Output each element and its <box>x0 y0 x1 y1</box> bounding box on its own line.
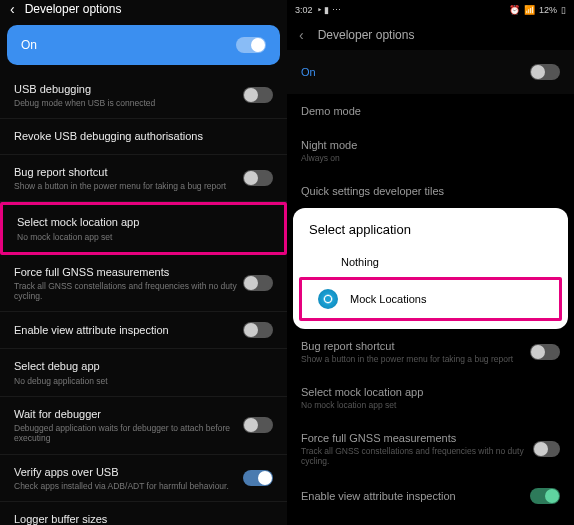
row-title: Logger buffer sizes <box>14 512 273 525</box>
signal-icon: 📶 <box>524 5 535 15</box>
on-label: On <box>21 38 37 52</box>
alarm-icon: ⏰ <box>509 5 520 15</box>
toggle-switch[interactable] <box>243 470 273 486</box>
row-text: Wait for debuggerDebugged application wa… <box>14 407 243 444</box>
battery-text: 12% <box>539 5 557 15</box>
setting-row[interactable]: Enable view attribute inspection <box>0 312 287 349</box>
row-text: Force full GNSS measurementsTrack all GN… <box>301 432 533 466</box>
option-label: Nothing <box>341 256 379 268</box>
dialog-title: Select application <box>293 222 568 247</box>
row-title: Select debug app <box>14 359 273 373</box>
row-subtitle: Always on <box>301 153 357 163</box>
back-arrow-icon[interactable]: ‹ <box>10 1 15 17</box>
master-toggle-banner[interactable]: On <box>7 25 280 65</box>
battery-icon: ▯ <box>561 5 566 15</box>
setting-row[interactable]: Verify apps over USBCheck apps installed… <box>0 455 287 502</box>
toggle-switch[interactable] <box>243 275 273 291</box>
setting-row[interactable]: Night modeAlways on <box>287 128 574 174</box>
status-misc-icon: ‣ ▮ ⋯ <box>317 5 341 15</box>
row-text: Logger buffer sizes256 K per log buffer <box>14 512 273 525</box>
dialog-option[interactable]: Mock Locations <box>299 277 562 321</box>
on-label: On <box>301 66 316 78</box>
row-title: Wait for debugger <box>14 407 243 421</box>
row-text: Select mock location appNo mock location… <box>17 215 270 241</box>
setting-row[interactable]: Bug report shortcutShow a button in the … <box>287 329 574 375</box>
row-text: Enable view attribute inspection <box>14 323 243 337</box>
row-title: Quick settings developer tiles <box>301 185 444 197</box>
setting-row[interactable]: Revoke USB debugging authorisations <box>0 119 287 154</box>
row-subtitle: Debugged application waits for debugger … <box>14 423 243 443</box>
row-text: Demo mode <box>301 105 361 117</box>
toggle-switch[interactable] <box>243 417 273 433</box>
row-subtitle: Debug mode when USB is connected <box>14 98 243 108</box>
row-title: Verify apps over USB <box>14 465 243 479</box>
option-label: Mock Locations <box>350 293 426 305</box>
back-arrow-icon[interactable]: ‹ <box>299 27 304 43</box>
row-text: Night modeAlways on <box>301 139 357 163</box>
setting-row[interactable]: Select debug app <box>287 515 574 525</box>
setting-row[interactable]: USB debuggingDebug mode when USB is conn… <box>0 72 287 119</box>
row-title: Force full GNSS measurements <box>14 265 243 279</box>
setting-row[interactable]: Select mock location appNo mock location… <box>287 375 574 421</box>
left-header: ‹ Developer options <box>0 0 287 18</box>
setting-row[interactable]: Enable view attribute inspection <box>287 477 574 515</box>
toggle-switch[interactable] <box>243 322 273 338</box>
right-screenshot: 3:02 ‣ ▮ ⋯ ⏰ 📶 12% ▯ ‹ Developer options… <box>287 0 574 525</box>
row-subtitle: No mock location app set <box>301 400 423 410</box>
row-text: Bug report shortcutShow a button in the … <box>14 165 243 191</box>
row-title: Night mode <box>301 139 357 151</box>
toggle-switch[interactable] <box>530 344 560 360</box>
row-subtitle: Track all GNSS constellations and freque… <box>301 446 533 466</box>
toggle-switch[interactable] <box>243 170 273 186</box>
setting-row[interactable]: Demo mode <box>287 94 574 128</box>
row-title: Enable view attribute inspection <box>14 323 243 337</box>
left-screenshot: ‹ Developer options On USB debuggingDebu… <box>0 0 287 525</box>
row-title: Select mock location app <box>17 215 270 229</box>
select-application-dialog: Select application NothingMock Locations <box>293 208 568 329</box>
row-title: Select mock location app <box>301 386 423 398</box>
row-title: Bug report shortcut <box>14 165 243 179</box>
row-subtitle: Track all GNSS constellations and freque… <box>14 281 243 301</box>
row-title: Revoke USB debugging authorisations <box>14 129 273 143</box>
settings-list-bottom: Bug report shortcutShow a button in the … <box>287 329 574 525</box>
row-title: Demo mode <box>301 105 361 117</box>
setting-row[interactable]: Force full GNSS measurementsTrack all GN… <box>287 421 574 477</box>
row-text: Verify apps over USBCheck apps installed… <box>14 465 243 491</box>
row-subtitle: Show a button in the power menu for taki… <box>14 181 243 191</box>
row-title: Enable view attribute inspection <box>301 490 456 502</box>
row-text: Revoke USB debugging authorisations <box>14 129 273 143</box>
setting-row[interactable]: Force full GNSS measurementsTrack all GN… <box>0 255 287 313</box>
row-subtitle: Check apps installed via ADB/ADT for har… <box>14 481 243 491</box>
row-subtitle: No mock location app set <box>17 232 270 242</box>
dialog-option[interactable]: Nothing <box>293 247 568 277</box>
status-bar: 3:02 ‣ ▮ ⋯ ⏰ 📶 12% ▯ <box>287 0 574 20</box>
row-text: Force full GNSS measurementsTrack all GN… <box>14 265 243 302</box>
right-header: ‹ Developer options <box>287 20 574 50</box>
setting-row[interactable]: Logger buffer sizes256 K per log buffer <box>0 502 287 525</box>
row-text: Quick settings developer tiles <box>301 185 444 197</box>
setting-row[interactable]: Wait for debuggerDebugged application wa… <box>0 397 287 455</box>
setting-row[interactable]: Select mock location appNo mock location… <box>0 202 287 254</box>
setting-row[interactable]: Bug report shortcutShow a button in the … <box>0 155 287 202</box>
row-text: USB debuggingDebug mode when USB is conn… <box>14 82 243 108</box>
row-text: Enable view attribute inspection <box>301 490 456 502</box>
row-subtitle: No debug application set <box>14 376 273 386</box>
master-switch[interactable] <box>530 64 560 80</box>
app-icon <box>318 289 338 309</box>
settings-list: USB debuggingDebug mode when USB is conn… <box>0 72 287 525</box>
row-title: Bug report shortcut <box>301 340 513 352</box>
setting-row[interactable]: Quick settings developer tiles <box>287 174 574 208</box>
toggle-switch[interactable] <box>530 488 560 504</box>
status-time: 3:02 <box>295 5 313 15</box>
header-title: Developer options <box>25 2 122 16</box>
master-toggle-row[interactable]: On <box>287 50 574 94</box>
setting-row[interactable]: Select debug appNo debug application set <box>0 349 287 396</box>
toggle-switch[interactable] <box>243 87 273 103</box>
row-text: Select debug appNo debug application set <box>14 359 273 385</box>
row-text: Select mock location appNo mock location… <box>301 386 423 410</box>
master-switch[interactable] <box>236 37 266 53</box>
row-subtitle: Show a button in the power menu for taki… <box>301 354 513 364</box>
row-title: USB debugging <box>14 82 243 96</box>
header-title: Developer options <box>318 28 415 42</box>
toggle-switch[interactable] <box>533 441 560 457</box>
